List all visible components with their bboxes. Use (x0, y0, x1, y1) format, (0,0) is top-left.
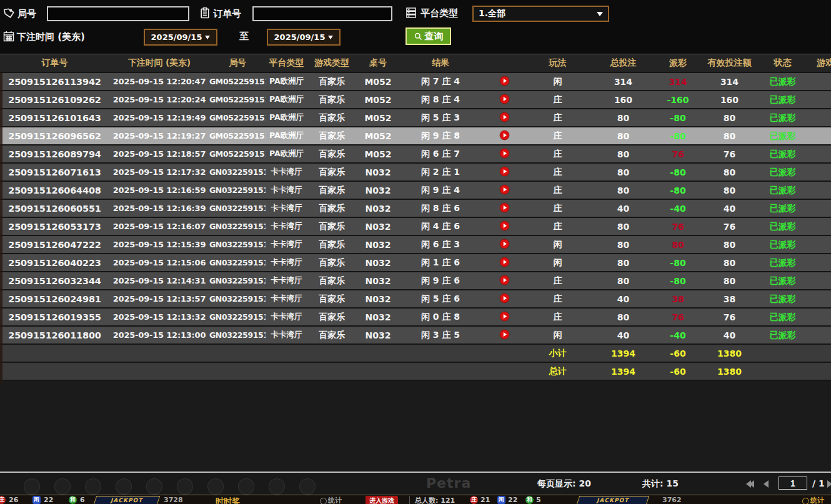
cell: 2025-09-15 12:15:39 (109, 240, 209, 249)
table-row[interactable]: 2509151261092622025-09-15 12:20:24GM0522… (0, 91, 831, 109)
player-badge: 闲 (497, 496, 505, 504)
cell: 闲 (528, 239, 587, 250)
cell: PA欧洲厅 (266, 76, 307, 87)
search-icon (414, 32, 423, 41)
cell: 250915126024981 (0, 294, 109, 304)
stats-button[interactable]: 统计 (802, 496, 824, 504)
cell: 80 (659, 240, 697, 250)
cell: N032 (356, 258, 400, 268)
date-to-picker[interactable]: 2025/09/15 (267, 29, 341, 46)
first-page-button[interactable] (746, 480, 754, 488)
stats-button[interactable]: 统计 (320, 496, 342, 504)
cell: 闲 0 庄 8 (400, 312, 481, 323)
play-icon[interactable] (481, 166, 528, 179)
cell: 2025-09-15 12:20:47 (109, 77, 209, 86)
table-row[interactable]: 2509151260323442025-09-15 12:14:31GN0322… (0, 272, 831, 290)
cell: 80 (697, 167, 762, 177)
cell: 闲 5 庄 6 (400, 294, 481, 305)
header-cell: 结果 (400, 57, 481, 69)
round-number-input[interactable] (47, 6, 189, 21)
play-icon[interactable] (481, 329, 528, 342)
platform-type-dropdown[interactable]: 1.全部 (472, 6, 609, 22)
cell: 卡卡湾厅 (266, 167, 307, 177)
play-icon[interactable] (481, 76, 528, 88)
cell: 76 (697, 149, 762, 159)
cell: 闲 1 庄 6 (400, 257, 481, 269)
cell: -80 (659, 113, 697, 123)
table-row[interactable]: 2509151260402232025-09-15 12:15:06GN0322… (0, 254, 831, 272)
play-icon[interactable] (481, 130, 528, 142)
next-page-button[interactable] (827, 480, 831, 488)
cell: 庄 (528, 312, 587, 323)
cell: 38 (659, 294, 697, 304)
cell: PA欧洲厅 (266, 112, 307, 123)
prize-label: 时时奖 (216, 496, 240, 504)
cell: 76 (697, 312, 762, 322)
table-row[interactable]: 2509151260118002025-09-15 12:13:00GN0322… (0, 327, 831, 345)
cell: 2025-09-15 12:17:32 (109, 167, 209, 177)
cell: - (803, 204, 831, 214)
play-icon[interactable] (481, 148, 528, 161)
cell: 百家乐 (307, 112, 356, 124)
platform-type-label: 平台类型 (420, 7, 458, 19)
total-row: 总计1394-601380 (0, 363, 831, 381)
cell: - (803, 113, 831, 123)
cell: 250915126101643 (0, 113, 109, 123)
play-icon[interactable] (481, 257, 528, 269)
cell: - (803, 131, 831, 141)
table-row[interactable]: 2509151260716132025-09-15 12:17:32GN0322… (0, 164, 831, 182)
cell: 250915126011800 (0, 330, 109, 340)
player-count: 22 (44, 496, 53, 504)
cell: GN0322591513J (209, 204, 266, 213)
table-row[interactable]: 2509151260965622025-09-15 12:19:27GM0522… (0, 127, 831, 146)
play-icon[interactable] (481, 275, 528, 287)
cell: 总计 (528, 366, 587, 377)
filter-bar: 局号 订单号 平台类型 1.全部 下注时间 (美东) 2025 (0, 0, 831, 54)
cell: 2025-09-15 12:13:32 (109, 312, 209, 322)
prev-page-button[interactable] (764, 480, 769, 488)
table-row[interactable]: 2509151260605512025-09-15 12:16:39GN0322… (0, 200, 831, 218)
cell: 已派彩 (762, 112, 803, 124)
date-from-picker[interactable]: 2025/09/15 (144, 29, 217, 46)
cell: - (803, 167, 831, 177)
table-row[interactable]: 2509151260472222025-09-15 12:15:39GN0322… (0, 236, 831, 254)
table-row[interactable]: 2509151260644082025-09-15 12:16:59GN0322… (0, 182, 831, 200)
cell: 2025-09-15 12:20:24 (109, 95, 209, 104)
table-row[interactable]: 2509151260193552025-09-15 12:13:32GN0322… (0, 309, 831, 327)
cell: - (803, 77, 831, 87)
play-icon[interactable] (481, 311, 528, 324)
cell: 庄 (528, 294, 587, 305)
table-row[interactable]: 2509151261139422025-09-15 12:20:47GM0522… (0, 73, 831, 91)
cell: 250915126047222 (0, 240, 109, 250)
play-icon[interactable] (481, 239, 528, 251)
order-number-input[interactable] (252, 6, 392, 21)
jackpot-label: JACKPOT (111, 497, 142, 503)
cell: 已派彩 (762, 239, 803, 250)
play-icon[interactable] (481, 184, 528, 197)
cell: 76 (659, 149, 697, 159)
banker-count: 26 (9, 496, 18, 504)
cell: 76 (659, 312, 697, 322)
cell: 百家乐 (307, 149, 356, 160)
cell: 百家乐 (307, 257, 356, 269)
cell: 80 (587, 222, 659, 232)
query-button[interactable]: 查询 (406, 27, 451, 45)
calendar-icon (2, 30, 15, 42)
cell: 卡卡湾厅 (266, 312, 307, 322)
play-icon[interactable] (481, 94, 528, 106)
cell: 1394 (587, 367, 659, 377)
cell: 2025-09-15 12:13:00 (109, 330, 209, 340)
enter-game-button[interactable]: 进入游戏 (366, 496, 398, 504)
table-row[interactable]: 2509151260531732025-09-15 12:16:07GN0322… (0, 218, 831, 236)
play-icon[interactable] (481, 202, 528, 215)
table-row[interactable]: 2509151260897942025-09-15 12:18:57GM0522… (0, 146, 831, 164)
table-row[interactable]: 2509151261016432025-09-15 12:19:49GM0522… (0, 109, 831, 127)
cell: 卡卡湾厅 (266, 239, 307, 250)
play-icon[interactable] (481, 220, 528, 233)
cell: 80 (697, 131, 762, 141)
play-icon[interactable] (481, 293, 528, 305)
table-row[interactable]: 2509151260249812025-09-15 12:13:57GN0322… (0, 290, 831, 309)
play-icon[interactable] (481, 112, 528, 124)
page-input[interactable] (779, 477, 807, 490)
cell: 闲 9 庄 8 (400, 131, 481, 142)
